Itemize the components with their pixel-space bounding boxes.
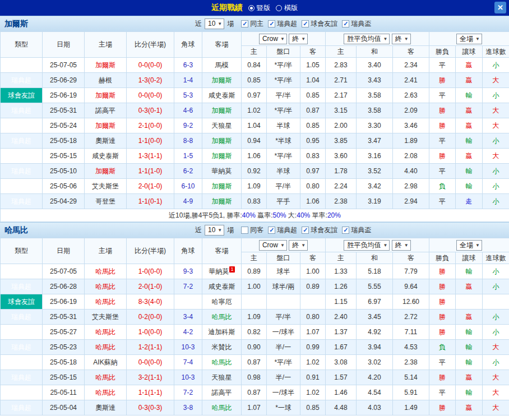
final-odds-select[interactable]: 終▼ xyxy=(289,240,308,251)
date-cell: 25-04-29 xyxy=(43,194,85,209)
euro-away-odds-cell: 2.34 xyxy=(393,58,429,73)
matches-tbody: 瑞典超25-07-05加爾斯0-0(0-0)6-3馬模0.84*平/半1.052… xyxy=(1,58,509,222)
filter-checkbox[interactable]: ✓球會友誼 xyxy=(302,225,337,235)
bookmaker-select[interactable]: Crow▼ xyxy=(259,240,287,251)
corner-cell: 4-6 xyxy=(174,103,202,118)
bookmaker-select[interactable]: Crow▼ xyxy=(259,34,287,44)
checkbox-checked-icon[interactable]: ✓ xyxy=(342,20,349,27)
score-cell: 2-0(1-0) xyxy=(127,279,174,294)
goals-result-cell: 大 xyxy=(483,370,509,385)
asian-away-odds-cell: 1.00 xyxy=(300,264,326,279)
col-asian-away: 客 xyxy=(300,46,326,58)
filter-checkbox[interactable]: ✓瑞典盃 xyxy=(342,225,371,235)
euro-avg-select[interactable]: 胜平负均值▼ xyxy=(344,34,390,44)
radio-unselected-icon[interactable] xyxy=(276,5,282,11)
filter-checkbox[interactable]: ✓瑞典超 xyxy=(268,19,297,29)
col-result: 勝負 xyxy=(429,252,456,264)
euro-away-odds-cell: 2.09 xyxy=(393,103,429,118)
goals-result-cell: 小 xyxy=(483,325,509,340)
league-type-cell: 瑞典超 xyxy=(1,194,43,209)
corner-cell: 8-8 xyxy=(174,133,202,149)
near-label: 近 xyxy=(195,225,202,235)
date-cell: 25-05-10 xyxy=(43,164,85,179)
corner-cell: 5-3 xyxy=(174,88,202,103)
select-value: 胜平负均值 xyxy=(347,241,381,250)
match-row: 瑞典超25-05-23哈馬比1-2(1-1)10-3米賛比0.90半/一0.99… xyxy=(1,340,509,355)
asian-home-odds-cell: 0.97 xyxy=(242,88,267,103)
layout-radio-vertical[interactable]: 豎版 xyxy=(248,3,270,13)
filter-checkbox[interactable]: 同客 xyxy=(241,225,263,235)
col-result: 勝負 xyxy=(429,46,456,58)
result-cell: 平 xyxy=(429,355,456,370)
asian-home-odds-cell: 1.02 xyxy=(242,103,267,118)
radio-selected-icon[interactable] xyxy=(248,5,254,11)
filter-checkbox[interactable]: ✓同主 xyxy=(241,19,263,29)
goals-result-cell: 小 xyxy=(483,310,509,325)
goals-result-cell: 大 xyxy=(483,385,509,400)
euro-draw-odds-cell: 3.19 xyxy=(357,194,393,209)
goals-result-cell: 小 xyxy=(483,264,509,279)
match-row: 瑞典超25-06-29赫根1-3(0-2)1-4加爾斯0.85*平/半1.042… xyxy=(1,73,509,88)
scope-select[interactable]: 全場▼ xyxy=(456,34,482,44)
filter-checkbox[interactable]: ✓瑞典盃 xyxy=(342,19,371,29)
col-goals: 進球數 xyxy=(483,252,509,264)
euro-away-odds-cell: 7.11 xyxy=(393,325,429,340)
euro-home-odds-cell: 2.17 xyxy=(326,88,357,103)
red-card-badge: 1 xyxy=(229,266,234,273)
euro-draw-odds-cell: 4.03 xyxy=(357,400,393,416)
chevron-down-icon: ▼ xyxy=(218,226,222,234)
match-count-select[interactable]: 10▼ xyxy=(205,19,224,29)
col-score: 比分(半場) xyxy=(127,32,174,58)
close-icon[interactable]: ✕ xyxy=(494,2,506,13)
corner-cell: 1-4 xyxy=(174,73,202,88)
home-team-cell: 加爾斯 xyxy=(85,58,127,73)
handicap-cell xyxy=(267,294,300,310)
handicap-cell: 一/球半 xyxy=(267,325,300,340)
asian-home-odds-cell: 0.84 xyxy=(242,58,267,73)
score-cell: 1-1(1-0) xyxy=(127,164,174,179)
filter-checkbox[interactable]: ✓球會友誼 xyxy=(302,19,337,29)
filter-controls: 近 10▼ 場 同客✓瑞典超✓球會友誼✓瑞典盃 xyxy=(195,225,376,236)
scope-select[interactable]: 全場▼ xyxy=(456,240,482,251)
euro-avg-select[interactable]: 胜平负均值▼ xyxy=(344,240,390,251)
asian-away-odds-cell: 1.05 xyxy=(300,58,326,73)
checkbox-group: 同客✓瑞典超✓球會友誼✓瑞典盃 xyxy=(241,225,376,235)
checkbox-label: 同客 xyxy=(250,225,263,235)
match-row: 瑞典超25-05-27哈馬比1-0(0-0)4-2迪加科斯0.82一/球半1.0… xyxy=(1,325,509,340)
checkbox-unchecked-icon[interactable] xyxy=(241,227,248,234)
final-odds-select[interactable]: 終▼ xyxy=(392,34,411,44)
goals-result-cell: 小 xyxy=(483,58,509,73)
checkbox-checked-icon[interactable]: ✓ xyxy=(302,20,309,27)
checkbox-checked-icon[interactable]: ✓ xyxy=(342,227,349,234)
checkbox-checked-icon[interactable]: ✓ xyxy=(302,227,309,234)
handicap-result-cell: 輸 xyxy=(456,164,483,179)
filter-checkbox[interactable]: ✓瑞典超 xyxy=(268,225,297,235)
result-cell: 勝 xyxy=(429,294,456,310)
handicap-result-cell: 輸 xyxy=(456,133,483,149)
team-name: 加爾斯 xyxy=(4,19,28,29)
checkbox-checked-icon[interactable]: ✓ xyxy=(268,227,275,234)
col-euro-draw: 和 xyxy=(357,46,393,58)
league-type-cell: 瑞典超 xyxy=(1,325,43,340)
final-odds-select[interactable]: 終▼ xyxy=(289,34,308,44)
corner-cell: 10-3 xyxy=(174,340,202,355)
corner-cell: 7-4 xyxy=(174,355,202,370)
league-type-cell: 瑞典超 xyxy=(1,103,43,118)
result-cell: 平 xyxy=(429,133,456,149)
select-value: 終 xyxy=(292,35,299,43)
select-value: 10 xyxy=(208,226,215,234)
layout-radio-horizontal[interactable]: 橫版 xyxy=(276,3,298,13)
handicap-result-cell: 輸 xyxy=(456,385,483,400)
goals-result-cell: 小 xyxy=(483,133,509,149)
checkbox-checked-icon[interactable]: ✓ xyxy=(241,20,248,27)
col-type: 類型 xyxy=(1,238,43,264)
asian-home-odds-cell: 0.83 xyxy=(242,194,267,209)
score-cell: 0-3(0-3) xyxy=(127,400,174,416)
euro-draw-odds-cell: 3.94 xyxy=(357,340,393,355)
final-odds-select[interactable]: 終▼ xyxy=(392,240,411,251)
match-count-select[interactable]: 10▼ xyxy=(205,225,224,236)
euro-home-odds-cell: 2.24 xyxy=(326,179,357,194)
col-handicap: 盤口 xyxy=(267,46,300,58)
handicap-result-cell: 走 xyxy=(456,194,483,209)
checkbox-checked-icon[interactable]: ✓ xyxy=(268,20,275,27)
